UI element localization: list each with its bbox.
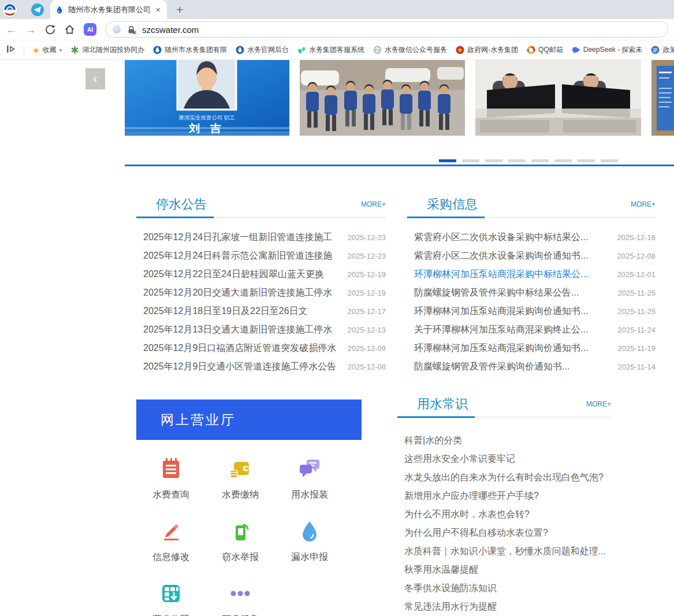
bookmarks-bar: ★ 收藏 ▾ 湖北随州国投协同办 随州市水务集团有限 水务官网后台 水务集团客服… [0,40,674,60]
service-info-edit[interactable]: 信息修改 [136,515,206,577]
outage-item[interactable]: 2025年12月22日至24日碧桂园翠山蓝天更换2025-12-19 [136,265,386,283]
service-theft-report[interactable]: 窃水举报 [206,515,275,577]
carousel-page-indicator[interactable] [601,159,618,162]
knowledge-item[interactable]: 冬季供水设施防冻知识 [397,579,611,598]
carousel-prev-button[interactable]: ‹ [85,68,105,89]
teal-drops-icon [297,46,306,55]
forward-button[interactable]: → [25,24,36,35]
procurement-item[interactable]: 环潭柳林河加压泵站商混采购询价通知书...2025-11-19 [407,339,656,357]
outage-notice-section: 停水公告 MORE+ 2025年12月24日孔家坡一组新旧管道连接施工2025-… [136,197,386,376]
outage-section-title: 停水公告 [156,197,207,211]
wallet-icon [228,456,253,481]
favorites-menu[interactable]: ★ 收藏 ▾ [32,45,62,55]
procurement-more-link[interactable]: MORE+ [631,200,656,211]
back-button[interactable]: ← [6,24,17,35]
bookmark-item-wechat-service[interactable]: 水务微信公众号服务 [373,45,447,55]
bookmark-item-gov-site[interactable]: 政府网-水务集团 [455,45,518,55]
online-hall-services: 水费查询 水费缴纳 用水报装 [136,453,344,616]
side-panel-icon[interactable] [6,44,16,56]
knowledge-section-title: 用水常识 [417,397,468,411]
service-water-fee-payment[interactable]: 水费缴纳 [206,453,275,515]
browser-tab-bar: 随州市水务集团有限公司 × + [0,0,674,19]
tab-title: 随州市水务集团有限公司 [68,5,150,15]
online-hall-banner[interactable]: 网上营业厅 [136,400,362,440]
pinned-tab-telegram-icon[interactable] [31,3,44,17]
bookmark-item-deepseek[interactable]: DeepSeek - 探索未 [571,45,643,55]
star-icon: ★ [32,46,40,55]
knowledge-item[interactable]: 秋季用水温馨提醒 [397,561,611,579]
outage-item[interactable]: 2025年12月9日口福酒店附近管道突发破损停水2025-12-09 [136,339,386,357]
chevron-down-icon: ▾ [59,47,62,53]
carousel-page-indicator[interactable] [508,159,526,162]
procurement-item-highlighted[interactable]: 环潭柳林河加压泵站商混采购中标结果公...2025-12-01 [407,265,656,283]
water-drop-icon [297,518,322,544]
knowledge-item[interactable]: 水质科普｜水知识小课堂，秒懂水质问题和处理... [397,542,611,561]
deepseek-whale-icon [571,46,580,55]
outage-item[interactable]: 2025年12月24日孔家坡一组新旧管道连接施工2025-12-23 [136,228,386,247]
service-water-fee-query[interactable]: 水费查询 [136,453,206,515]
procurement-info-section: 采购信息 MORE+ 紫雲府小区二次供水设备采购中标结果公...2025-12-… [407,197,656,376]
bookmark-item-guotou[interactable]: 湖北随州国投协同办 [70,45,144,55]
insecure-lock-icon[interactable] [126,25,136,35]
carousel-slide-group-photo[interactable] [300,60,465,136]
bookmarks-divider [24,45,24,55]
bookmark-item-qq-mail[interactable]: QQ邮箱 [526,45,563,55]
water-logo-icon [235,46,244,55]
outage-item[interactable]: 2025年12月9日交通小区管道连接施工停水公告2025-12-08 [136,357,386,376]
procurement-item[interactable]: 关于环潭柳林河加压泵站商混采购终止公...2025-11-24 [407,320,656,339]
national-emblem-icon [455,46,464,55]
blue-document-icon [650,46,660,55]
carousel-page-indicator[interactable] [462,159,479,162]
outage-item[interactable]: 2025年12月13日交通大道新旧管连接施工停水2025-12-13 [136,320,386,339]
outage-item[interactable]: 2025年12月24日科普示范公寓新旧管道连接施2025-12-23 [136,247,386,265]
browser-toolbar: ← → AI szcswater.com [0,19,674,40]
carousel-page-indicator[interactable] [439,159,456,162]
pencil-icon [158,518,184,544]
outage-item[interactable]: 2025年12月20日交通大道新旧管连接施工停水2025-12-19 [136,283,386,302]
outage-more-link[interactable]: MORE+ [361,200,386,211]
bookmark-item-backend[interactable]: 水务官网后台 [235,45,289,55]
service-more[interactable]: 更多服务 [206,577,275,616]
ai-extension-button[interactable]: AI [84,23,96,36]
chat-bubbles-icon [297,456,322,481]
address-bar[interactable]: szcswater.com [105,21,668,38]
outage-item[interactable]: 2025年12月18日至19日及22日至26日文2025-12-17 [136,302,386,320]
carousel-pagination [439,159,618,162]
service-business-license[interactable]: 营业执照 [136,577,206,616]
bookmark-item-water-group[interactable]: 随州市水务集团有限 [152,45,227,55]
knowledge-item[interactable]: 水龙头放出的自来水为什么有时会出现白色气泡? [397,468,611,487]
procurement-item[interactable]: 紫雲府小区二次供水设备采购中标结果公...2025-12-16 [407,228,656,247]
knowledge-item[interactable]: 这些用水安全小常识要牢记 [397,450,611,468]
carousel-slide-employee-card[interactable]: 康润实业投资公司 职工 刘 吉 [125,60,289,136]
browser-active-tab[interactable]: 随州市水务集团有限公司 × [50,0,167,19]
bookmark-item-service-system[interactable]: 水务集团客服系统 [297,45,364,55]
tab-close-icon[interactable]: × [154,5,162,14]
service-water-installation[interactable]: 用水报装 [275,453,344,515]
reload-button[interactable] [45,24,55,35]
procurement-item[interactable]: 防腐螺旋钢管及管件采购中标结果公告...2025-11-25 [407,283,656,302]
carousel-page-indicator[interactable] [485,159,502,162]
carousel-page-indicator[interactable] [578,159,595,162]
procurement-item[interactable]: 防腐螺旋钢管及管件采购询价通知书...2025-11-14 [407,357,656,376]
bookmark-item-policy[interactable]: 政策 [650,45,674,55]
extension-dot-icon[interactable] [113,25,121,33]
url-text[interactable]: szcswater.com [142,25,199,35]
section-divider-line [125,165,674,166]
knowledge-item[interactable]: 为什么不用水时，水表也会转? [397,505,611,524]
knowledge-item[interactable]: 为什么用户不得私自移动水表位置? [397,524,611,542]
new-tab-button[interactable]: + [176,3,183,16]
knowledge-more-link[interactable]: MORE+ [586,400,611,411]
phone-icon [228,518,253,544]
carousel-slide-office-photo[interactable] [475,60,641,136]
knowledge-item[interactable]: 科普|水的分类 [397,431,611,450]
home-button[interactable] [64,24,75,35]
knowledge-item[interactable]: 新增用水户应办理哪些开户手续? [397,487,611,505]
service-leak-report[interactable]: 漏水申报 [275,515,344,577]
page-content: ‹ 康润实业投资公司 职工 刘 吉 [0,60,674,616]
carousel-page-indicator[interactable] [531,159,549,162]
knowledge-item[interactable]: 常见违法用水行为提醒 [397,598,611,616]
procurement-item[interactable]: 环潭柳林河加压泵站商混采购询价通知书...2025-11-25 [407,302,656,320]
procurement-item[interactable]: 紫雲府小区二次供水设备采购询价通知书...2025-12-08 [407,247,656,265]
carousel-page-indicator[interactable] [554,159,572,162]
carousel-slide-poster[interactable] [651,60,674,136]
